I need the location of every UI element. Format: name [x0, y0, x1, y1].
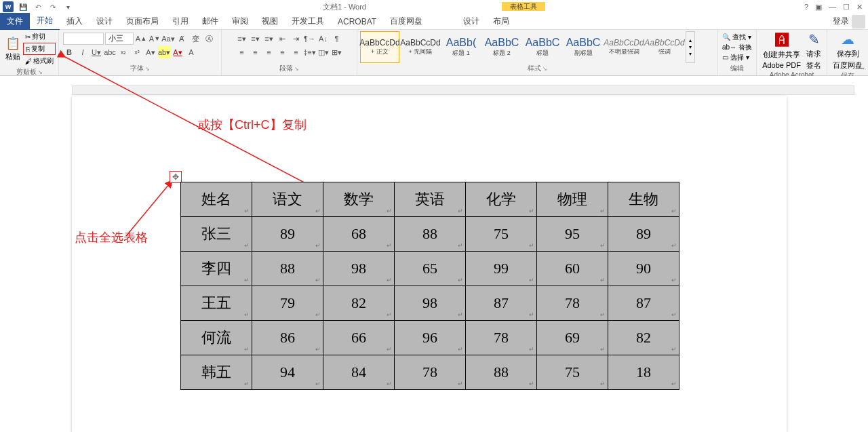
line-spacing-button[interactable]: ‡≡▾ — [304, 46, 316, 58]
table-cell[interactable]: 89 — [252, 217, 323, 252]
horizontal-ruler[interactable] — [72, 85, 854, 95]
table-cell[interactable]: 68 — [323, 217, 395, 252]
page[interactable]: 或按【Ctrl+C】复制 点击全选表格 ✥ 姓名语文数学英语化学物理生物张三89… — [72, 96, 787, 432]
qat-more-button[interactable]: ▾ — [62, 1, 73, 12]
table-header-cell[interactable]: 物理 — [537, 182, 608, 217]
phonetic-button[interactable]: 变 — [189, 33, 201, 45]
tab-table-design[interactable]: 设计 — [456, 13, 486, 30]
change-case-button[interactable]: Aa▾ — [162, 33, 174, 45]
table-cell[interactable]: 94 — [252, 355, 323, 390]
numbering-button[interactable]: ≡▾ — [250, 33, 262, 45]
table-cell[interactable]: 韩五 — [181, 355, 252, 390]
char-shading-button[interactable]: A — [185, 46, 197, 58]
distribute-button[interactable]: ≡ — [290, 46, 302, 58]
table-cell[interactable]: 88 — [466, 355, 537, 390]
font-name-combo[interactable] — [63, 33, 104, 45]
align-center-button[interactable]: ≡ — [250, 46, 262, 58]
tab-table-layout[interactable]: 布局 — [486, 13, 516, 30]
subscript-button[interactable]: x₂ — [117, 46, 130, 58]
style-item[interactable]: AaBbCcDd+ 正文 — [360, 31, 399, 63]
table-header-cell[interactable]: 生物 — [608, 182, 679, 217]
find-button[interactable]: 🔍查找▾ — [722, 33, 752, 42]
bullets-button[interactable]: ≡▾ — [236, 33, 248, 45]
style-item[interactable]: AaBb(标题 1 — [441, 31, 481, 63]
minimize-button[interactable]: ― — [829, 3, 836, 12]
table-cell[interactable]: 84 — [323, 355, 395, 390]
ribbon-options-button[interactable]: ▣ — [815, 3, 822, 12]
tab-home[interactable]: 开始 — [30, 12, 60, 31]
style-item[interactable]: AaBbCcDd强调 — [645, 31, 684, 63]
table-cell[interactable]: 82 — [323, 286, 395, 321]
table-cell[interactable]: 78 — [466, 321, 537, 355]
table-cell[interactable]: 79 — [252, 286, 323, 321]
style-item[interactable]: AaBbC副标题 — [564, 31, 603, 63]
tab-references[interactable]: 引用 — [165, 13, 195, 30]
font-color-button[interactable]: A▾ — [172, 46, 184, 58]
tab-layout[interactable]: 页面布局 — [119, 13, 165, 30]
clipboard-launcher[interactable]: ↘ — [38, 69, 43, 75]
grow-font-button[interactable]: A▲ — [135, 33, 147, 45]
avatar-icon[interactable] — [852, 15, 865, 28]
table-cell[interactable]: 18 — [608, 355, 679, 390]
table-row[interactable]: 李四889865996090 — [181, 252, 679, 286]
strike-button[interactable]: abc — [104, 46, 116, 58]
style-item[interactable]: AaBbCcDd不明显强调 — [604, 31, 644, 63]
table-cell[interactable]: 87 — [608, 286, 679, 321]
style-item[interactable]: AaBbC标题 2 — [482, 31, 521, 63]
clear-format-button[interactable]: A̸ — [176, 33, 188, 45]
tab-file[interactable]: 文件 — [0, 13, 30, 30]
paragraph-launcher[interactable]: ↘ — [294, 66, 299, 72]
table-cell[interactable]: 75 — [537, 355, 608, 390]
table-header-cell[interactable]: 姓名 — [181, 182, 252, 217]
copy-button[interactable]: ⎘复制 — [23, 43, 56, 55]
table-cell[interactable]: 78 — [395, 355, 466, 390]
help-button[interactable]: ? — [804, 3, 808, 12]
font-launcher[interactable]: ↘ — [145, 66, 150, 72]
align-left-button[interactable]: ≡ — [236, 46, 248, 58]
table-header-cell[interactable]: 化学 — [466, 182, 537, 217]
style-item[interactable]: AaBbCcDd+ 无间隔 — [401, 31, 440, 63]
login-link[interactable]: 登录 — [833, 16, 849, 27]
table-header-cell[interactable]: 英语 — [395, 182, 466, 217]
request-sign-button[interactable]: ✎ 请求 签名 — [804, 31, 824, 71]
tab-acrobat[interactable]: ACROBAT — [331, 14, 383, 29]
collapse-ribbon-button[interactable]: ⌃ — [860, 66, 865, 74]
tab-developer[interactable]: 开发工具 — [285, 13, 331, 30]
tab-mailings[interactable]: 邮件 — [195, 13, 225, 30]
table-cell[interactable]: 88 — [395, 217, 466, 252]
justify-button[interactable]: ≡ — [277, 46, 289, 58]
table-cell[interactable]: 王五 — [181, 286, 252, 321]
replace-button[interactable]: ab↔替换 — [722, 43, 752, 52]
paste-button[interactable]: 📋 粘贴 — [3, 35, 23, 63]
table-header-cell[interactable]: 数学 — [323, 182, 395, 217]
highlight-button[interactable]: ab▾ — [158, 46, 170, 58]
table-cell[interactable]: 60 — [537, 252, 608, 286]
decrease-indent-button[interactable]: ⇤ — [277, 33, 289, 45]
italic-button[interactable]: I — [77, 46, 89, 58]
create-pdf-button[interactable]: 🅰 创建并共享 Adobe PDF — [760, 33, 804, 69]
shading-button[interactable]: ◫▾ — [317, 46, 330, 58]
text-effects-button[interactable]: A▾ — [144, 46, 157, 58]
shrink-font-button[interactable]: A▼ — [149, 33, 161, 45]
sort-button[interactable]: A↓ — [317, 33, 330, 45]
table-header-row[interactable]: 姓名语文数学英语化学物理生物 — [181, 182, 679, 217]
tab-baidu[interactable]: 百度网盘 — [383, 13, 429, 30]
superscript-button[interactable]: x² — [131, 46, 143, 58]
tab-view[interactable]: 视图 — [255, 13, 285, 30]
table-cell[interactable]: 75 — [466, 217, 537, 252]
qat-save-button[interactable]: 💾 — [18, 1, 28, 12]
cut-button[interactable]: ✂剪切 — [23, 31, 56, 42]
table-header-cell[interactable]: 语文 — [252, 182, 323, 217]
save-baidu-button[interactable]: ☁ 保存到 百度网盘 — [830, 31, 865, 71]
format-painter-button[interactable]: 🖌格式刷 — [23, 56, 56, 66]
qat-redo-button[interactable]: ↷ — [47, 1, 58, 12]
table-cell[interactable]: 69 — [537, 321, 608, 355]
borders-button[interactable]: ⊞▾ — [331, 46, 343, 58]
maximize-button[interactable]: ☐ — [843, 3, 850, 12]
table-cell[interactable]: 何流 — [181, 321, 252, 355]
table-cell[interactable]: 98 — [323, 252, 395, 286]
table-cell[interactable]: 李四 — [181, 252, 252, 286]
style-item[interactable]: AaBbC标题 — [523, 31, 562, 63]
table-cell[interactable]: 87 — [466, 286, 537, 321]
styles-launcher[interactable]: ↘ — [542, 66, 547, 72]
